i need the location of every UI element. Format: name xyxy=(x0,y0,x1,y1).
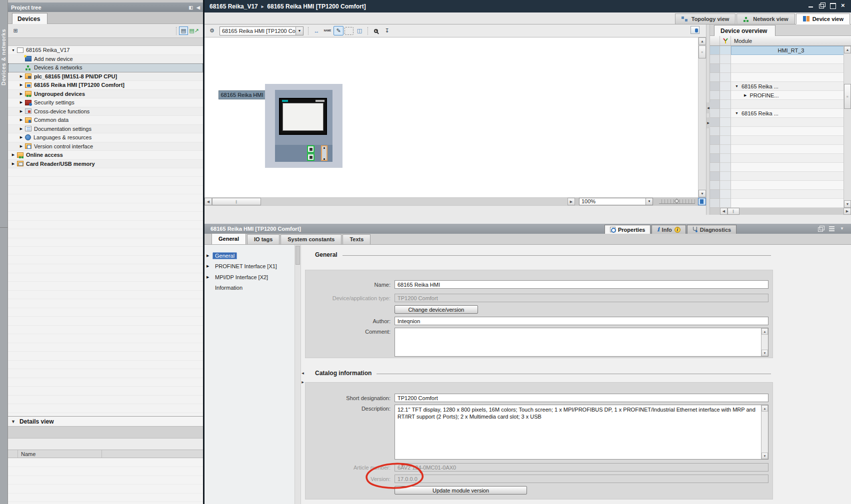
comment-scroll[interactable]: ▲▼ xyxy=(761,328,768,356)
tree-item-cross-device-functions[interactable]: ▶Cross-device functions xyxy=(8,107,203,116)
overview-row-empty[interactable] xyxy=(710,199,851,208)
overview-row-empty[interactable] xyxy=(710,118,851,127)
tab-texts[interactable]: Texts xyxy=(342,234,370,244)
overview-row-68165-reika[interactable]: ▼68165 Reika ... xyxy=(710,109,851,118)
comment-input[interactable]: ▲▼ xyxy=(394,328,768,357)
expander-closed-icon[interactable]: ▶ xyxy=(10,153,16,157)
tree-item-common-data[interactable]: ▶Common data xyxy=(8,116,203,125)
tree-item-card-reader-usb-memory[interactable]: ▶Card Reader/USB memory xyxy=(8,160,203,169)
overview-row-empty[interactable] xyxy=(710,64,851,73)
name-input[interactable] xyxy=(394,280,768,289)
scroll-down-icon[interactable]: ▼ xyxy=(762,350,768,356)
collapse-nav-handle[interactable]: ◀ xyxy=(301,369,304,378)
scroll-thumb[interactable]: ≡ xyxy=(698,45,706,58)
overview-row-68165-reika[interactable]: ▼68165 Reika ... xyxy=(710,82,851,91)
nav-item-information[interactable]: Information xyxy=(206,284,245,292)
scroll-down-icon[interactable]: ▼ xyxy=(762,453,768,459)
ethernet-port-1-icon[interactable] xyxy=(307,145,314,153)
nav-scrollbar[interactable] xyxy=(294,245,301,504)
expander-closed-icon[interactable]: ▶ xyxy=(18,135,24,139)
nav-item-general[interactable]: ▶General xyxy=(206,251,237,260)
expander-closed-icon[interactable]: ▶ xyxy=(744,93,746,97)
restore-icon[interactable] xyxy=(819,2,825,8)
tab-properties[interactable]: Properties xyxy=(604,225,650,234)
measure-width-icon[interactable]: ↔ xyxy=(312,26,322,35)
fit-to-window-icon[interactable] xyxy=(698,198,706,205)
scroll-left-icon[interactable]: ◀ xyxy=(204,198,212,205)
zoom-slider-thumb[interactable] xyxy=(674,199,680,204)
ethernet-port-2-icon[interactable] xyxy=(307,153,314,161)
expander-closed-icon[interactable]: ▶ xyxy=(10,162,16,166)
show-pagebreaks-icon[interactable] xyxy=(690,26,700,34)
short-designation-input[interactable] xyxy=(394,394,768,402)
overview-row-empty[interactable] xyxy=(710,154,851,163)
overview-splitter[interactable]: ◀ ▶ xyxy=(706,24,710,215)
expander-open-icon[interactable]: ▼ xyxy=(10,48,16,52)
tab-diagnostics[interactable]: Diagnostics xyxy=(687,225,736,234)
scroll-right-icon[interactable]: ▶ xyxy=(568,198,575,205)
maximize-icon[interactable] xyxy=(830,2,836,8)
overview-row-empty[interactable] xyxy=(710,190,851,199)
author-input[interactable] xyxy=(394,317,768,325)
scroll-thumb[interactable] xyxy=(296,246,300,265)
device-view-canvas[interactable]: 68165 Reika HMI xyxy=(204,37,698,197)
show-names-icon[interactable]: NAME xyxy=(322,26,332,35)
nav-splitter[interactable]: ◀ ▶ xyxy=(301,369,304,399)
canvas-vertical-scrollbar[interactable]: ▲ ≡ ▼ xyxy=(698,37,706,197)
overview-row-empty[interactable] xyxy=(710,172,851,181)
module-column-header[interactable]: Module xyxy=(731,38,851,44)
breadcrumb-project[interactable]: 68165 Reika_V17 xyxy=(210,3,258,10)
overview-row-empty[interactable] xyxy=(710,100,851,109)
tree-item-68165-reika-hmi-tp1200-comfort[interactable]: ▶68165 Reika HMI [TP1200 Comfort] xyxy=(8,81,203,90)
zoom-in-icon[interactable]: + xyxy=(371,26,381,35)
hmi-device-image[interactable] xyxy=(265,84,342,168)
tree-item-add-new-device[interactable]: Add new device xyxy=(8,55,203,64)
scroll-up-icon[interactable]: ▲ xyxy=(762,328,768,335)
list-view-toggle-icon[interactable]: ▤ xyxy=(179,26,188,35)
scroll-up-icon[interactable]: ▲ xyxy=(698,37,706,45)
expander-closed-icon[interactable]: ▶ xyxy=(18,92,24,96)
description-scroll[interactable]: ▲▼ xyxy=(761,405,768,459)
nav-item-mpi-dp-interface-x2[interactable]: ▶MPI/DP Interface [X2] xyxy=(206,273,270,281)
table-edit-icon[interactable]: ⊞ xyxy=(11,26,20,35)
tab-device-overview[interactable]: Device overview xyxy=(714,25,776,36)
expander-closed-icon[interactable]: ▶ xyxy=(18,144,24,148)
expander-open-icon[interactable]: ▼ xyxy=(735,111,738,115)
overview-row-empty[interactable] xyxy=(710,136,851,145)
float-panel-icon[interactable] xyxy=(818,226,824,232)
details-view-header[interactable]: ▼ Details view xyxy=(8,417,203,427)
expander-closed-icon[interactable]: ▶ xyxy=(18,74,24,78)
scroll-thumb[interactable]: ∥ xyxy=(212,198,261,205)
tree-item-68165-reika-v17[interactable]: ▼68165 Reika_V17 xyxy=(8,46,203,55)
chevron-down-icon[interactable]: ▼ xyxy=(296,27,303,35)
tab-network-view[interactable]: Network view xyxy=(736,13,794,24)
zoom-slider[interactable] xyxy=(659,199,695,204)
tree-item-devices-networks[interactable]: Devices & networks xyxy=(8,63,203,72)
tree-item-languages-resources[interactable]: ▶Languages & resources xyxy=(8,133,203,142)
change-device-version-button[interactable]: Change device/version xyxy=(394,305,478,314)
canvas-horizontal-scrollbar[interactable]: ◀ ∥ ▶ 100% ▼ xyxy=(204,197,706,206)
expand-tree-icon[interactable]: ▤↗ xyxy=(190,26,198,35)
tab-general[interactable]: General xyxy=(212,233,246,244)
tab-device-view[interactable]: Device view xyxy=(796,13,850,24)
tab-info[interactable]: ℹInfoi xyxy=(652,225,686,234)
overview-row-profine[interactable]: ▶PROFINE... xyxy=(710,91,851,100)
description-input[interactable]: 12.1'' TFT display, 1280 x 800 pixels, 1… xyxy=(394,405,768,460)
collapse-panel-icon[interactable]: ◀ xyxy=(196,5,200,10)
tab-topology-view[interactable]: Topology view xyxy=(675,13,736,24)
split-editor-icon[interactable]: ◫ xyxy=(354,26,364,35)
profibus-port-icon[interactable] xyxy=(321,145,328,161)
nav-item-profinet-interface-x1[interactable]: ▶PROFINET Interface [X1] xyxy=(206,262,280,271)
columns-icon[interactable]: ◧ xyxy=(189,5,194,10)
station-config-icon[interactable]: ⚙ xyxy=(207,26,217,35)
expander-closed-icon[interactable]: ▶ xyxy=(206,275,212,279)
overview-row-empty[interactable] xyxy=(710,163,851,172)
close-icon[interactable]: × xyxy=(841,2,847,8)
scroll-down-icon[interactable]: ▼ xyxy=(698,190,706,197)
collapse-overview-handle[interactable]: ◀ xyxy=(706,102,710,113)
tree-item-documentation-settings[interactable]: ▶Documentation settings xyxy=(8,125,203,134)
overview-row-empty[interactable] xyxy=(710,55,851,64)
expand-nav-handle[interactable]: ▶ xyxy=(301,378,304,387)
tree-item-security-settings[interactable]: ▶Security settings xyxy=(8,98,203,107)
tree-item-ungrouped-devices[interactable]: ▶Ungrouped devices xyxy=(8,90,203,99)
